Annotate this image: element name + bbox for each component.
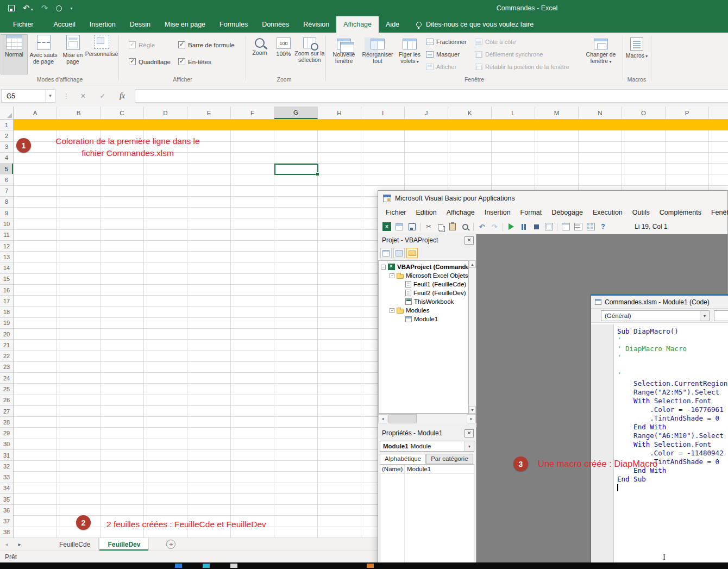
zoom-100-button[interactable]: 100%	[273, 35, 294, 74]
close-icon[interactable]: ✕	[465, 429, 474, 437]
new-sheet-button[interactable]	[166, 540, 175, 549]
vba-menu-ex-cution[interactable]: Exécution	[588, 209, 627, 216]
row-header-33[interactable]: 33	[0, 472, 13, 483]
find-icon[interactable]	[462, 224, 468, 230]
view-normal-button[interactable]: Normal	[1, 35, 27, 74]
row-header-5[interactable]: 5	[0, 164, 13, 174]
sheet-tab-feuilledev[interactable]: FeuilleDev	[99, 538, 149, 551]
undo-button[interactable]: ↶ ▾	[23, 4, 33, 12]
row-header-22[interactable]: 22	[0, 351, 13, 362]
customize-qat-button[interactable]: ▾	[70, 6, 72, 11]
property-row[interactable]: (Name) Module1	[380, 465, 474, 474]
tree-item-feuil2-feuilledev[interactable]: Feuil2 (FeuilleDev)	[379, 289, 468, 297]
project-tree-vscrollbar[interactable]: ▲ ▼	[469, 260, 476, 414]
scrollbar-thumb[interactable]	[388, 414, 417, 423]
row-header-19[interactable]: 19	[0, 318, 13, 329]
zoom-selection-button[interactable]: Zoom sur la sélection	[294, 35, 325, 74]
tab-aide[interactable]: Aide	[379, 16, 406, 33]
row-header-7[interactable]: 7	[0, 186, 13, 197]
view-excel-icon[interactable]	[382, 222, 391, 231]
row-header-9[interactable]: 9	[0, 208, 13, 218]
tell-me-box[interactable]: Dites-nous ce que vous voulez faire	[406, 16, 534, 33]
row-header-1[interactable]: 1	[0, 120, 13, 130]
view-code-icon[interactable]	[380, 248, 392, 258]
close-icon[interactable]: ✕	[465, 236, 474, 245]
column-header-L[interactable]: L	[492, 107, 535, 119]
row-header-23[interactable]: 23	[0, 362, 13, 373]
vba-menu-insertion[interactable]: Insertion	[480, 209, 516, 216]
view-custom-button[interactable]: Personnalisé	[86, 35, 117, 74]
hide-button[interactable]: Masquer	[426, 48, 467, 60]
vba-menu-fichier[interactable]: Fichier	[381, 209, 411, 216]
zoom-button[interactable]: Zoom	[248, 35, 272, 74]
row-header-13[interactable]: 13	[0, 252, 13, 262]
column-header-G[interactable]: G	[274, 107, 318, 119]
column-header-D[interactable]: D	[144, 107, 187, 119]
tab-categorized[interactable]: Par catégorie	[426, 454, 473, 464]
row-header-36[interactable]: 36	[0, 505, 13, 516]
toolbox-icon[interactable]	[587, 223, 595, 230]
view-page-layout-button[interactable]: Mise en page	[60, 35, 86, 74]
reset-icon[interactable]	[532, 222, 541, 231]
expander-icon[interactable]: -	[390, 308, 394, 313]
project-tree-hscrollbar[interactable]: ◂ ▸	[378, 414, 476, 423]
row-header-2[interactable]: 2	[0, 130, 13, 141]
checkbox-headings[interactable]: En-têtes	[178, 58, 211, 65]
view-page-break-button[interactable]: Avec sauts de page	[28, 35, 59, 74]
vba-titlebar[interactable]: Microsoft Visual Basic pour Applications	[378, 191, 727, 205]
row-header-26[interactable]: 26	[0, 395, 13, 406]
break-icon[interactable]	[519, 222, 528, 231]
properties-window-icon[interactable]	[574, 223, 582, 230]
run-macro-icon[interactable]	[507, 222, 516, 231]
chevron-down-icon[interactable]: ▼	[45, 90, 55, 102]
row-header-11[interactable]: 11	[0, 230, 13, 241]
taskbar-app-icon[interactable]	[203, 564, 210, 568]
row-header-17[interactable]: 17	[0, 296, 13, 307]
column-header-C[interactable]: C	[101, 107, 144, 119]
macros-button[interactable]: Macros	[625, 35, 649, 74]
code-editor[interactable]: Sub DiapMacro()'' DiapMacro Macro'' Sele…	[591, 324, 728, 569]
code-margin-bar[interactable]	[591, 324, 614, 569]
tab-fichier[interactable]: Fichier	[0, 16, 47, 33]
tab-insertion[interactable]: Insertion	[83, 16, 123, 33]
tab-formules[interactable]: Formules	[212, 16, 255, 33]
column-header-J[interactable]: J	[405, 107, 448, 119]
freeze-panes-button[interactable]: Figer les volets	[396, 35, 424, 74]
row-header-37[interactable]: 37	[0, 516, 13, 527]
object-dropdown[interactable]: (Général) ▼	[601, 310, 710, 321]
column-header-H[interactable]: H	[318, 107, 361, 119]
row-header-29[interactable]: 29	[0, 428, 13, 439]
change-window-button[interactable]: Changer de fenêtre	[582, 35, 619, 74]
vba-menu-compl-ments[interactable]: Compléments	[655, 209, 706, 216]
column-header-P[interactable]: P	[666, 107, 709, 119]
vba-menu-format[interactable]: Format	[516, 209, 547, 216]
row-header-4[interactable]: 4	[0, 153, 13, 164]
copy-icon[interactable]	[437, 223, 444, 230]
paste-icon[interactable]	[449, 223, 456, 230]
checkbox-ruler[interactable]: Règle	[129, 41, 155, 48]
tab-alphabetic[interactable]: Alphabétique	[380, 454, 426, 464]
arrange-all-button[interactable]: Réorganiser tout	[361, 35, 394, 74]
side-by-side-button[interactable]: Côte à côte	[475, 35, 569, 48]
touch-mode-icon[interactable]	[56, 5, 62, 11]
scroll-down-icon[interactable]: ▼	[469, 406, 476, 414]
row-header-35[interactable]: 35	[0, 494, 13, 505]
vba-menu-fen-tre[interactable]: Fenêtre	[706, 209, 728, 216]
unhide-button[interactable]: Afficher	[426, 60, 467, 73]
row-header-12[interactable]: 12	[0, 241, 13, 252]
design-mode-icon[interactable]	[545, 223, 553, 230]
taskbar-app-icon[interactable]	[367, 564, 374, 568]
cancel-icon[interactable]	[76, 89, 90, 103]
column-header-F[interactable]: F	[231, 107, 274, 119]
redo-icon[interactable]	[490, 222, 499, 231]
row-header-25[interactable]: 25	[0, 384, 13, 395]
tree-item-microsoft-excel-objets[interactable]: -Microsoft Excel Objets	[379, 271, 468, 280]
row-header-38[interactable]: 38	[0, 527, 13, 538]
select-all-corner[interactable]	[0, 107, 14, 120]
checkbox-gridlines[interactable]: Quadrillage	[129, 58, 171, 65]
row-header-24[interactable]: 24	[0, 373, 13, 384]
tab-r-vision[interactable]: Révision	[296, 16, 336, 33]
column-header-B[interactable]: B	[57, 107, 101, 119]
sheet-nav-left-icon[interactable]: ◂	[0, 538, 13, 551]
row-header-31[interactable]: 31	[0, 450, 13, 461]
